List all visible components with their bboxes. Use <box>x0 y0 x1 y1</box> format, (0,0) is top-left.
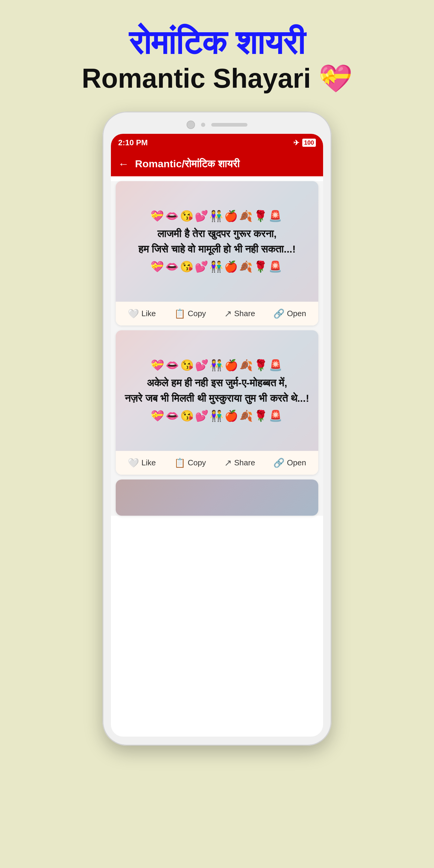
shayari-image-2: 💝👄😘💕👫🍎🍂🌹🚨 अकेले हम ही नही इस जुर्म-ए-मोह… <box>116 330 318 451</box>
status-right: ✈ 100 <box>293 138 316 147</box>
shayari-text-2: अकेले हम ही नही इस जुर्म-ए-मोहब्बत में, … <box>125 375 309 406</box>
share-label-2: Share <box>234 458 255 467</box>
share-label-1: Share <box>234 309 255 318</box>
open-label-1: Open <box>287 309 306 318</box>
app-bar: ← Romantic/रोमांटिक शायरी <box>111 152 323 176</box>
open-label-2: Open <box>287 458 306 467</box>
like-icon-2: 🤍 <box>128 458 139 468</box>
shayari-content-1: 💝👄😘💕👫🍎🍂🌹🚨 लाजमी है तेरा खुदपर गुरूर करना… <box>138 207 296 276</box>
english-title: Romantic Shayari 💝 <box>82 64 352 93</box>
shayari-card-3-partial <box>116 479 318 516</box>
like-icon-1: 🤍 <box>128 308 139 319</box>
like-label-2: Like <box>141 458 156 467</box>
phone-screen: 2:10 PM ✈ 100 ← Romantic/रोमांटिक शायरी … <box>111 134 323 737</box>
copy-label-1: Copy <box>188 309 206 318</box>
shayari-content-2: 💝👄😘💕👫🍎🍂🌹🚨 अकेले हम ही नही इस जुर्म-ए-मोह… <box>125 356 309 425</box>
emoji-bottom-2: 💝👄😘💕👫🍎🍂🌹🚨 <box>125 410 309 422</box>
page-header: रोमांटिक शायरी Romantic Shayari 💝 <box>82 24 352 93</box>
status-bar: 2:10 PM ✈ 100 <box>111 134 323 152</box>
phone-camera <box>187 121 195 129</box>
shayari-image-1: 💝👄😘💕👫🍎🍂🌹🚨 लाजमी है तेरा खुदपर गुरूर करना… <box>116 181 318 302</box>
share-button-1[interactable]: ↗ Share <box>224 308 255 319</box>
copy-label-2: Copy <box>188 458 206 467</box>
phone-mockup: 2:10 PM ✈ 100 ← Romantic/रोमांटिक शायरी … <box>102 112 332 746</box>
phone-speaker <box>211 123 247 127</box>
airplane-icon: ✈ <box>293 138 299 147</box>
like-button-1[interactable]: 🤍 Like <box>128 308 156 319</box>
open-icon-2: 🔗 <box>273 458 284 468</box>
phone-top-bar <box>111 121 323 129</box>
phone-dots <box>201 123 205 127</box>
emoji-bottom-1: 💝👄😘💕👫🍎🍂🌹🚨 <box>138 260 296 273</box>
emoji-top-2: 💝👄😘💕👫🍎🍂🌹🚨 <box>125 359 309 372</box>
copy-button-2[interactable]: 📋 Copy <box>174 458 206 468</box>
shayari-text-1: लाजमी है तेरा खुदपर गुरूर करना, हम जिसे … <box>138 226 296 257</box>
open-icon-1: 🔗 <box>273 308 284 319</box>
copy-button-1[interactable]: 📋 Copy <box>174 308 206 319</box>
status-time: 2:10 PM <box>118 138 148 147</box>
share-icon-1: ↗ <box>224 308 232 319</box>
share-button-2[interactable]: ↗ Share <box>224 458 255 468</box>
shayari-card-2: 💝👄😘💕👫🍎🍂🌹🚨 अकेले हम ही नही इस जुर्म-ए-मोह… <box>116 330 318 475</box>
back-button[interactable]: ← <box>118 158 129 170</box>
phone-outer: 2:10 PM ✈ 100 ← Romantic/रोमांटिक शायरी … <box>102 112 332 746</box>
share-icon-2: ↗ <box>224 458 232 468</box>
open-button-2[interactable]: 🔗 Open <box>273 458 306 468</box>
action-bar-1: 🤍 Like 📋 Copy ↗ Share 🔗 <box>116 302 318 326</box>
like-label-1: Like <box>141 309 156 318</box>
copy-icon-2: 📋 <box>174 458 185 468</box>
app-bar-title: Romantic/रोमांटिक शायरी <box>135 158 240 170</box>
content-area: 💝👄😘💕👫🍎🍂🌹🚨 लाजमी है तेरा खुदपर गुरूर करना… <box>111 181 323 516</box>
open-button-1[interactable]: 🔗 Open <box>273 308 306 319</box>
copy-icon-1: 📋 <box>174 308 185 319</box>
battery-indicator: 100 <box>302 138 316 147</box>
hindi-title: रोमांटिक शायरी <box>82 24 352 61</box>
action-bar-2: 🤍 Like 📋 Copy ↗ Share 🔗 <box>116 451 318 475</box>
shayari-card-1: 💝👄😘💕👫🍎🍂🌹🚨 लाजमी है तेरा खुदपर गुरूर करना… <box>116 181 318 326</box>
like-button-2[interactable]: 🤍 Like <box>128 458 156 468</box>
emoji-top-1: 💝👄😘💕👫🍎🍂🌹🚨 <box>138 210 296 222</box>
